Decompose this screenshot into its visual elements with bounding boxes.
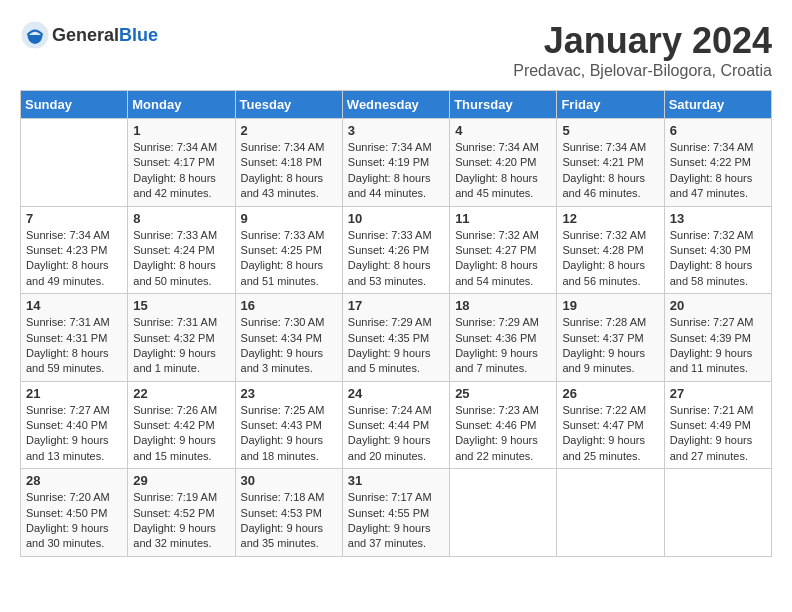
cell-content: Sunrise: 7:29 AM Sunset: 4:35 PM Dayligh…	[348, 315, 444, 377]
sunset-text: Sunset: 4:39 PM	[670, 332, 751, 344]
sunrise-text: Sunrise: 7:32 AM	[562, 229, 646, 241]
sunrise-text: Sunrise: 7:34 AM	[241, 141, 325, 153]
calendar-cell: 20 Sunrise: 7:27 AM Sunset: 4:39 PM Dayl…	[664, 294, 771, 382]
sunset-text: Sunset: 4:49 PM	[670, 419, 751, 431]
day-number: 26	[562, 386, 658, 401]
sunrise-text: Sunrise: 7:34 AM	[26, 229, 110, 241]
daylight-text: Daylight: 9 hours and 22 minutes.	[455, 434, 538, 461]
sunrise-text: Sunrise: 7:19 AM	[133, 491, 217, 503]
weekday-header-monday: Monday	[128, 91, 235, 119]
cell-content: Sunrise: 7:27 AM Sunset: 4:39 PM Dayligh…	[670, 315, 766, 377]
calendar-cell: 9 Sunrise: 7:33 AM Sunset: 4:25 PM Dayli…	[235, 206, 342, 294]
sunset-text: Sunset: 4:37 PM	[562, 332, 643, 344]
day-number: 30	[241, 473, 337, 488]
sunset-text: Sunset: 4:32 PM	[133, 332, 214, 344]
sunrise-text: Sunrise: 7:29 AM	[348, 316, 432, 328]
cell-content: Sunrise: 7:33 AM Sunset: 4:25 PM Dayligh…	[241, 228, 337, 290]
sunrise-text: Sunrise: 7:31 AM	[26, 316, 110, 328]
sunset-text: Sunset: 4:24 PM	[133, 244, 214, 256]
sunrise-text: Sunrise: 7:27 AM	[670, 316, 754, 328]
daylight-text: Daylight: 8 hours and 45 minutes.	[455, 172, 538, 199]
sunset-text: Sunset: 4:44 PM	[348, 419, 429, 431]
sunset-text: Sunset: 4:25 PM	[241, 244, 322, 256]
day-number: 2	[241, 123, 337, 138]
day-number: 17	[348, 298, 444, 313]
cell-content: Sunrise: 7:25 AM Sunset: 4:43 PM Dayligh…	[241, 403, 337, 465]
calendar-cell: 1 Sunrise: 7:34 AM Sunset: 4:17 PM Dayli…	[128, 119, 235, 207]
day-number: 10	[348, 211, 444, 226]
calendar-cell: 26 Sunrise: 7:22 AM Sunset: 4:47 PM Dayl…	[557, 381, 664, 469]
day-number: 6	[670, 123, 766, 138]
day-number: 7	[26, 211, 122, 226]
calendar-week-row: 21 Sunrise: 7:27 AM Sunset: 4:40 PM Dayl…	[21, 381, 772, 469]
daylight-text: Daylight: 9 hours and 20 minutes.	[348, 434, 431, 461]
day-number: 23	[241, 386, 337, 401]
cell-content: Sunrise: 7:32 AM Sunset: 4:30 PM Dayligh…	[670, 228, 766, 290]
calendar-cell: 11 Sunrise: 7:32 AM Sunset: 4:27 PM Dayl…	[450, 206, 557, 294]
sunset-text: Sunset: 4:23 PM	[26, 244, 107, 256]
cell-content: Sunrise: 7:31 AM Sunset: 4:32 PM Dayligh…	[133, 315, 229, 377]
calendar-cell: 15 Sunrise: 7:31 AM Sunset: 4:32 PM Dayl…	[128, 294, 235, 382]
calendar-week-row: 14 Sunrise: 7:31 AM Sunset: 4:31 PM Dayl…	[21, 294, 772, 382]
sunrise-text: Sunrise: 7:34 AM	[670, 141, 754, 153]
day-number: 21	[26, 386, 122, 401]
daylight-text: Daylight: 8 hours and 46 minutes.	[562, 172, 645, 199]
sunset-text: Sunset: 4:31 PM	[26, 332, 107, 344]
day-number: 15	[133, 298, 229, 313]
daylight-text: Daylight: 9 hours and 37 minutes.	[348, 522, 431, 549]
sunrise-text: Sunrise: 7:34 AM	[348, 141, 432, 153]
sunset-text: Sunset: 4:35 PM	[348, 332, 429, 344]
calendar-cell: 28 Sunrise: 7:20 AM Sunset: 4:50 PM Dayl…	[21, 469, 128, 557]
calendar-cell: 14 Sunrise: 7:31 AM Sunset: 4:31 PM Dayl…	[21, 294, 128, 382]
cell-content: Sunrise: 7:26 AM Sunset: 4:42 PM Dayligh…	[133, 403, 229, 465]
cell-content: Sunrise: 7:34 AM Sunset: 4:18 PM Dayligh…	[241, 140, 337, 202]
sunset-text: Sunset: 4:20 PM	[455, 156, 536, 168]
calendar-cell	[21, 119, 128, 207]
sunset-text: Sunset: 4:46 PM	[455, 419, 536, 431]
calendar-cell: 22 Sunrise: 7:26 AM Sunset: 4:42 PM Dayl…	[128, 381, 235, 469]
day-number: 31	[348, 473, 444, 488]
calendar-cell: 29 Sunrise: 7:19 AM Sunset: 4:52 PM Dayl…	[128, 469, 235, 557]
calendar-table: SundayMondayTuesdayWednesdayThursdayFrid…	[20, 90, 772, 557]
day-number: 19	[562, 298, 658, 313]
sunset-text: Sunset: 4:28 PM	[562, 244, 643, 256]
sunrise-text: Sunrise: 7:28 AM	[562, 316, 646, 328]
day-number: 3	[348, 123, 444, 138]
day-number: 25	[455, 386, 551, 401]
sunset-text: Sunset: 4:36 PM	[455, 332, 536, 344]
day-number: 24	[348, 386, 444, 401]
cell-content: Sunrise: 7:17 AM Sunset: 4:55 PM Dayligh…	[348, 490, 444, 552]
calendar-cell	[664, 469, 771, 557]
calendar-cell: 21 Sunrise: 7:27 AM Sunset: 4:40 PM Dayl…	[21, 381, 128, 469]
sunset-text: Sunset: 4:47 PM	[562, 419, 643, 431]
daylight-text: Daylight: 8 hours and 44 minutes.	[348, 172, 431, 199]
sunrise-text: Sunrise: 7:32 AM	[670, 229, 754, 241]
calendar-cell: 8 Sunrise: 7:33 AM Sunset: 4:24 PM Dayli…	[128, 206, 235, 294]
sunrise-text: Sunrise: 7:25 AM	[241, 404, 325, 416]
sunrise-text: Sunrise: 7:30 AM	[241, 316, 325, 328]
sunset-text: Sunset: 4:21 PM	[562, 156, 643, 168]
daylight-text: Daylight: 9 hours and 30 minutes.	[26, 522, 109, 549]
calendar-cell: 19 Sunrise: 7:28 AM Sunset: 4:37 PM Dayl…	[557, 294, 664, 382]
daylight-text: Daylight: 9 hours and 15 minutes.	[133, 434, 216, 461]
calendar-cell: 4 Sunrise: 7:34 AM Sunset: 4:20 PM Dayli…	[450, 119, 557, 207]
day-number: 18	[455, 298, 551, 313]
weekday-header-friday: Friday	[557, 91, 664, 119]
sunrise-text: Sunrise: 7:27 AM	[26, 404, 110, 416]
logo-text-blue: Blue	[119, 25, 158, 45]
sunset-text: Sunset: 4:40 PM	[26, 419, 107, 431]
day-number: 4	[455, 123, 551, 138]
sunrise-text: Sunrise: 7:34 AM	[133, 141, 217, 153]
weekday-header-saturday: Saturday	[664, 91, 771, 119]
logo-icon	[20, 20, 50, 50]
sunset-text: Sunset: 4:19 PM	[348, 156, 429, 168]
calendar-cell: 23 Sunrise: 7:25 AM Sunset: 4:43 PM Dayl…	[235, 381, 342, 469]
daylight-text: Daylight: 8 hours and 42 minutes.	[133, 172, 216, 199]
sunset-text: Sunset: 4:34 PM	[241, 332, 322, 344]
sunrise-text: Sunrise: 7:34 AM	[455, 141, 539, 153]
day-number: 8	[133, 211, 229, 226]
daylight-text: Daylight: 8 hours and 59 minutes.	[26, 347, 109, 374]
sunrise-text: Sunrise: 7:17 AM	[348, 491, 432, 503]
calendar-cell	[557, 469, 664, 557]
cell-content: Sunrise: 7:32 AM Sunset: 4:28 PM Dayligh…	[562, 228, 658, 290]
